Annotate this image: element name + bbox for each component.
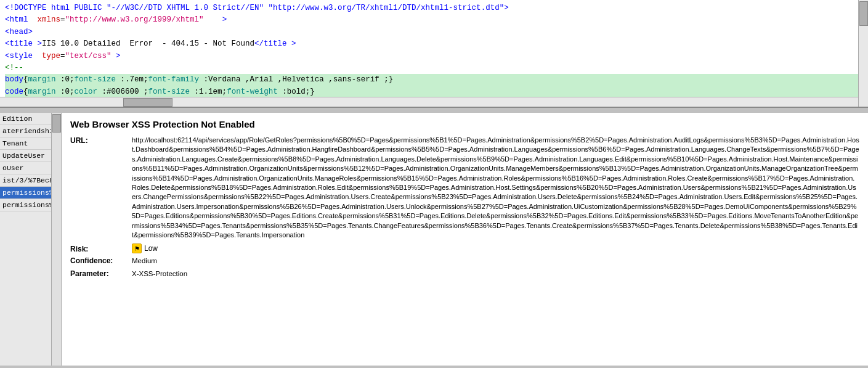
risk-label: Risk: — [70, 244, 132, 253]
vertical-scrollbar[interactable] — [858, 0, 868, 107]
url-value: http://localhost:62114/api/services/app/… — [132, 136, 859, 240]
confidence-value: Medium — [132, 256, 859, 266]
sidebar-scrollbar[interactable] — [51, 113, 61, 366]
bottom-panel: Edition ateFriendship Tenant UpdateUser … — [0, 113, 868, 366]
confidence-row: Confidence: Medium — [70, 256, 859, 266]
confidence-label: Confidence: — [70, 256, 132, 265]
risk-icon: ⚑ — [132, 243, 142, 253]
code-line-3: <head> — [5, 27, 863, 38]
parameter-label: Parameter: — [70, 269, 132, 278]
code-line-5: <style type="text/css" > — [5, 51, 863, 62]
main-content: Web Browser XSS Protection Not Enabled U… — [62, 113, 868, 366]
code-line-4: <title >IIS 10.0 Detailed Error - 404.15… — [5, 38, 863, 50]
alert-title: Web Browser XSS Protection Not Enabled — [70, 119, 859, 129]
sidebar-scroll-thumb[interactable] — [52, 114, 61, 133]
parameter-value: X-XSS-Protection — [132, 269, 859, 279]
parameter-row: Parameter: X-XSS-Protection — [70, 269, 859, 279]
url-row: URL: http://localhost:62114/api/services… — [70, 136, 859, 240]
code-line-7: body{margin :0;font-size :.7em;font-fami… — [5, 74, 863, 86]
sidebar: Edition ateFriendship Tenant UpdateUser … — [0, 113, 62, 366]
code-panel: <!DOCTYPE html PUBLIC "-//W3C//DTD XHTML… — [0, 0, 868, 108]
code-line-1: <!DOCTYPE html PUBLIC "-//W3C//DTD XHTML… — [5, 2, 863, 14]
risk-value: Low — [144, 244, 158, 253]
horizontal-scrollbar[interactable] — [0, 97, 858, 107]
scrollbar-thumb[interactable] — [859, 1, 868, 26]
code-line-6: <!-- — [5, 62, 863, 74]
code-line-2: <html xmlns="http://www.w3.org/1999/xhtm… — [5, 14, 863, 26]
risk-row: Risk: ⚑ Low — [70, 243, 859, 253]
panel-divider — [0, 108, 868, 113]
h-scroll-thumb[interactable] — [123, 98, 172, 107]
url-label: URL: — [70, 136, 132, 145]
